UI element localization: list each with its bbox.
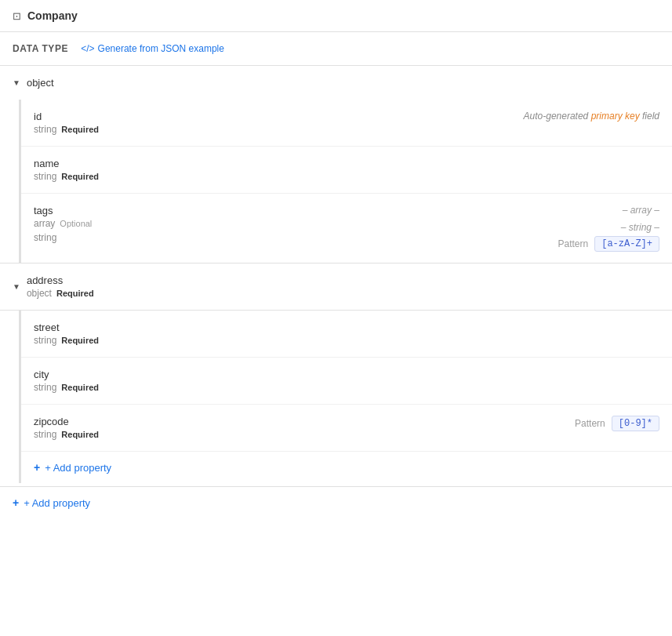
property-left-tags: tags array Optional string bbox=[34, 205, 92, 243]
address-section-header[interactable]: ▼ address object Required bbox=[0, 263, 672, 311]
company-icon: ⊡ bbox=[13, 10, 21, 22]
property-right-id: Auto-generated primary key field bbox=[503, 111, 659, 122]
property-left-zipcode: zipcode string Required bbox=[34, 416, 99, 440]
header-title: Company bbox=[27, 9, 78, 22]
property-row-tags: tags array Optional string – array – – s… bbox=[21, 194, 672, 263]
property-row-id: id string Required Auto-generated primar… bbox=[21, 100, 672, 147]
property-subtype-tags: string bbox=[34, 232, 92, 243]
data-type-bar: DATA TYPE </> Generate from JSON example bbox=[0, 32, 672, 66]
add-property-inside-address[interactable]: + + Add property bbox=[21, 452, 672, 483]
object-section: ▼ object id string Required Auto-generat… bbox=[0, 66, 672, 263]
property-badge-id: Required bbox=[61, 125, 99, 134]
property-type-city: string bbox=[34, 382, 56, 393]
property-badge-city: Required bbox=[61, 383, 99, 392]
string-badge: – string – bbox=[621, 222, 659, 233]
address-badge: Required bbox=[56, 289, 94, 298]
address-chevron-icon: ▼ bbox=[13, 282, 20, 291]
property-left-id: id string Required bbox=[34, 111, 99, 135]
property-badge-street: Required bbox=[61, 336, 99, 345]
zipcode-pattern-label: Pattern bbox=[575, 418, 605, 429]
add-property-outer[interactable]: + + Add property bbox=[0, 486, 672, 518]
property-name-tags: tags bbox=[34, 205, 92, 216]
property-meta-city: string Required bbox=[34, 382, 99, 393]
property-meta-tags: array Optional bbox=[34, 218, 92, 229]
property-name-zipcode: zipcode bbox=[34, 416, 99, 427]
main-content: ▼ object id string Required Auto-generat… bbox=[0, 66, 672, 518]
property-meta-zipcode: string Required bbox=[34, 429, 99, 440]
tags-pattern-value: [a-zA-Z]+ bbox=[594, 236, 659, 252]
tags-pattern-label: Pattern bbox=[558, 238, 588, 249]
add-property-label-outer[interactable]: + Add property bbox=[24, 497, 90, 509]
property-type-zipcode: string bbox=[34, 429, 56, 440]
zipcode-pattern-row: Pattern [0-9]* bbox=[575, 416, 659, 431]
property-left-name: name string Required bbox=[34, 158, 99, 182]
address-type: object bbox=[27, 288, 52, 299]
generate-link-text[interactable]: Generate from JSON example bbox=[98, 43, 224, 54]
property-left-city: city string Required bbox=[34, 369, 99, 393]
data-type-label: DATA TYPE bbox=[13, 43, 68, 54]
auto-generated-text: Auto-generated primary key field bbox=[524, 111, 659, 122]
property-name-street: street bbox=[34, 322, 99, 333]
property-badge-tags: Optional bbox=[60, 219, 92, 228]
property-type-tags: array bbox=[34, 218, 55, 229]
property-badge-zipcode: Required bbox=[61, 430, 99, 439]
object-section-header[interactable]: ▼ object bbox=[0, 66, 672, 100]
property-type-id: string bbox=[34, 124, 56, 135]
generate-from-json-link[interactable]: </> Generate from JSON example bbox=[81, 43, 224, 54]
property-row-zipcode: zipcode string Required Pattern [0-9]* bbox=[21, 405, 672, 452]
property-row-city: city string Required bbox=[21, 358, 672, 405]
property-right-tags: – array – – string – Pattern [a-zA-Z]+ bbox=[558, 205, 659, 252]
property-badge-name: Required bbox=[61, 172, 99, 181]
header: ⊡ Company bbox=[0, 0, 672, 32]
property-name-city: city bbox=[34, 369, 99, 380]
chevron-down-icon: ▼ bbox=[13, 78, 20, 87]
tags-pattern-row: Pattern [a-zA-Z]+ bbox=[558, 236, 659, 252]
code-icon: </> bbox=[81, 43, 94, 54]
property-row-name: name string Required bbox=[21, 147, 672, 194]
zipcode-pattern-value: [0-9]* bbox=[612, 416, 659, 431]
add-property-label-inner[interactable]: + Add property bbox=[45, 462, 111, 474]
property-right-zipcode: Pattern [0-9]* bbox=[503, 416, 659, 431]
address-section: ▼ address object Required street string … bbox=[0, 263, 672, 483]
property-meta-name: string Required bbox=[34, 171, 99, 182]
property-type-name: string bbox=[34, 171, 56, 182]
property-meta-street: string Required bbox=[34, 335, 99, 346]
property-meta-id: string Required bbox=[34, 124, 99, 135]
address-section-name: address bbox=[27, 274, 94, 286]
property-type-street: string bbox=[34, 335, 56, 346]
object-section-name: object bbox=[27, 77, 54, 89]
address-section-meta: object Required bbox=[27, 288, 94, 299]
object-properties-container: id string Required Auto-generated primar… bbox=[19, 100, 672, 263]
property-row-street: street string Required bbox=[21, 311, 672, 358]
primary-key-text: primary key bbox=[591, 111, 640, 122]
add-property-plus-icon-outer: + bbox=[13, 496, 19, 509]
add-property-plus-icon-inner: + bbox=[34, 461, 40, 474]
property-left-street: street string Required bbox=[34, 322, 99, 346]
property-name-name: name bbox=[34, 158, 99, 169]
array-badge: – array – bbox=[623, 205, 659, 216]
address-properties-container: street string Required city string Requi… bbox=[19, 311, 672, 483]
property-name-id: id bbox=[34, 111, 99, 122]
